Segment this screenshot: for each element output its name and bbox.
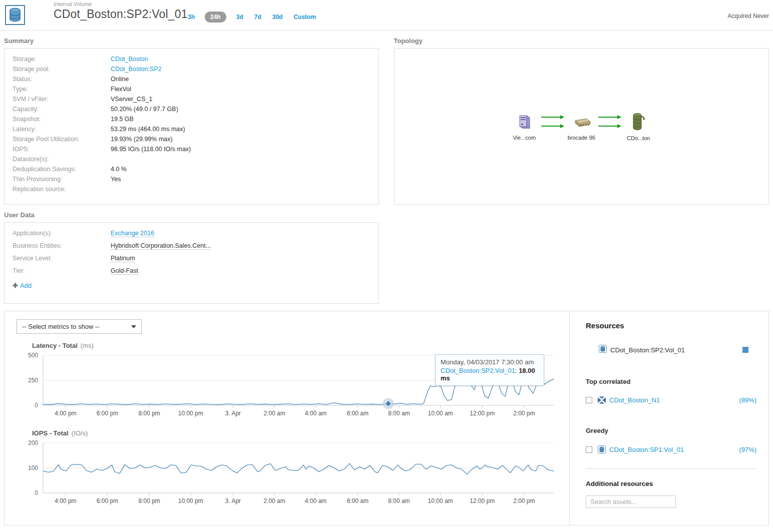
series-color-swatch — [742, 347, 748, 353]
top-correlated-checkbox[interactable] — [586, 397, 592, 403]
topology-node-label: brocade 96 — [568, 135, 595, 141]
field-value: 19.93% (29.99% max) — [111, 136, 173, 143]
field-value[interactable]: CDot_Boston:SP2 — [111, 66, 161, 73]
field-value: 19.5 GB — [111, 116, 134, 123]
metrics-select-dropdown[interactable]: -- Select metrics to show -- — [17, 319, 142, 334]
field-label: Application(s): — [13, 230, 111, 237]
field-value: 96.95 IO/s (118.00 IO/s max) — [111, 146, 191, 153]
tooltip-series-name: CDot_Boston:SP2:Vol_01 — [441, 367, 515, 374]
svg-text:2:00 am: 2:00 am — [263, 497, 285, 504]
field-value: 53.29 ms (464.00 ms max) — [111, 126, 185, 133]
field-label: Storage Pool Utilization: — [13, 136, 111, 143]
top-correlated-link[interactable]: CDot_Boston_N1 — [609, 396, 660, 404]
svg-text:3. Apr: 3. Apr — [225, 497, 241, 504]
svg-text:500: 500 — [28, 352, 38, 359]
field-label: Type: — [13, 86, 111, 93]
top-correlated-heading: Top correlated — [586, 378, 756, 385]
field-value[interactable]: CDot_Boston — [111, 56, 148, 63]
field-value: Hybridsoft Corporation.Sales.Cent... — [111, 242, 211, 250]
field-row: Status:Online — [13, 76, 370, 86]
field-value: Platinum — [111, 255, 135, 262]
field-row: Latency:53.29 ms (464.00 ms max) — [13, 126, 370, 136]
field-value: Online — [111, 76, 129, 83]
svg-text:0: 0 — [35, 489, 38, 496]
svg-text:10:00 am: 10:00 am — [428, 497, 453, 504]
host-server-icon — [516, 113, 533, 133]
greedy-percent[interactable]: (97%) — [739, 446, 756, 453]
field-label: Tier: — [13, 267, 111, 274]
field-label: Replication source: — [13, 186, 111, 193]
resources-divider — [586, 468, 756, 469]
field-label: IOPS: — [13, 146, 111, 153]
time-range-7d[interactable]: 7d — [253, 12, 262, 23]
topology-node-switch[interactable]: brocade 96 — [565, 113, 597, 141]
asset-type-label: Internal Volume — [54, 1, 188, 7]
summary-fields: Storage:CDot_BostonStorage pool:CDot_Bos… — [13, 56, 370, 196]
iops-chart[interactable]: IOPS - Total(IO/s)01002004:00 pm6:00 pm8… — [12, 429, 569, 509]
svg-text:2:00 pm: 2:00 pm — [513, 410, 535, 417]
field-row: Thin Provisioning:Yes — [13, 176, 370, 186]
time-range-3h[interactable]: 3h — [187, 12, 196, 23]
acquired-status: Acquired Never — [727, 13, 769, 20]
user-data-panel: Application(s):Exchange 2016Business Ent… — [4, 222, 379, 304]
svg-text:4:00 am: 4:00 am — [305, 497, 326, 504]
svg-text:8:00 am: 8:00 am — [388, 497, 410, 504]
topology-node-label: CDo...ton — [627, 135, 650, 141]
topology-node-storage[interactable]: CDo...ton — [622, 112, 654, 141]
user-data-section-title: User Data — [4, 211, 379, 219]
resource-main-item: CDot_Boston:SP2:Vol_01 — [599, 345, 756, 355]
field-row: Storage:CDot_Boston — [13, 56, 370, 66]
greedy-link[interactable]: CDot_Boston:SP1:Vol_01 — [609, 446, 684, 453]
svg-text:8:00 pm: 8:00 pm — [138, 497, 160, 504]
field-label: Thin Provisioning: — [13, 176, 111, 183]
volume-icon — [599, 345, 607, 355]
field-label: Service Level: — [13, 255, 111, 262]
page-header: Internal Volume CDot_Boston:SP2:Vol_01 3… — [0, 0, 773, 31]
charts-column: -- Select metrics to show -- Latency - T… — [5, 311, 569, 525]
field-row: IOPS:96.95 IO/s (118.00 IO/s max) — [13, 146, 370, 156]
time-range-30d[interactable]: 30d — [271, 12, 284, 23]
volume-icon — [598, 445, 606, 453]
field-row: Deduplication Savings:4.0 % — [13, 166, 370, 176]
time-range-3d[interactable]: 3d — [235, 12, 244, 23]
field-row: Business Entities:Hybridsoft Corporation… — [13, 242, 370, 255]
metrics-select-label: -- Select metrics to show -- — [22, 323, 100, 330]
svg-text:4:00 pm: 4:00 pm — [55, 410, 76, 417]
field-label: SVM / vFiler: — [13, 96, 111, 103]
time-range-custom[interactable]: Custom — [292, 12, 317, 23]
additional-resources-heading: Additional resources — [586, 480, 756, 487]
svg-text:10:00 pm: 10:00 pm — [178, 497, 203, 504]
field-label: Snapshot: — [13, 116, 111, 123]
svg-text:2:00 am: 2:00 am — [263, 410, 285, 417]
user-data-fields: Application(s):Exchange 2016Business Ent… — [13, 230, 370, 280]
time-range-24h[interactable]: 24h — [205, 12, 226, 23]
topology-connection-arrows — [541, 115, 564, 129]
latency-chart[interactable]: Latency - Total(ms)02505004:00 pm6:00 pm… — [12, 342, 569, 421]
search-assets-input[interactable] — [586, 495, 676, 508]
svg-text:6:00 am: 6:00 am — [347, 410, 368, 417]
time-range-group: 3h24h3d7d30dCustom — [187, 12, 317, 23]
chart-title: Latency - Total(ms) — [32, 342, 569, 349]
top-correlated-percent[interactable]: (89%) — [739, 396, 756, 404]
tooltip-timestamp: Monday, 04/03/2017 7:30:00 am — [441, 358, 539, 366]
greedy-heading: Greedy — [586, 427, 756, 434]
field-value[interactable]: Exchange 2016 — [111, 230, 154, 237]
svg-text:10:00 pm: 10:00 pm — [178, 410, 203, 417]
field-value: 50.20% (49.0 / 97.7 GB) — [111, 106, 178, 113]
add-user-data-button[interactable]: ✚Add — [13, 282, 32, 289]
field-label: Capacity: — [13, 106, 111, 113]
svg-text:12:00 pm: 12:00 pm — [470, 497, 495, 504]
topology-node-host[interactable]: Vie...com — [508, 113, 540, 141]
field-label: Datastore(s): — [13, 156, 111, 163]
field-label: Latency: — [13, 126, 111, 133]
fabric-switch-icon — [571, 113, 591, 133]
field-row: SVM / vFiler:VServer_CS_1 — [13, 96, 370, 106]
field-value: Gold-Fast — [111, 267, 138, 275]
field-row: Datastore(s): — [13, 156, 370, 166]
field-label: Storage: — [13, 56, 111, 63]
field-row: Capacity:50.20% (49.0 / 97.7 GB) — [13, 106, 370, 116]
greedy-checkbox[interactable] — [586, 446, 592, 453]
field-value: 4.0 % — [111, 166, 127, 173]
svg-text:250: 250 — [28, 377, 38, 384]
page-title: CDot_Boston:SP2:Vol_01 — [54, 8, 188, 21]
